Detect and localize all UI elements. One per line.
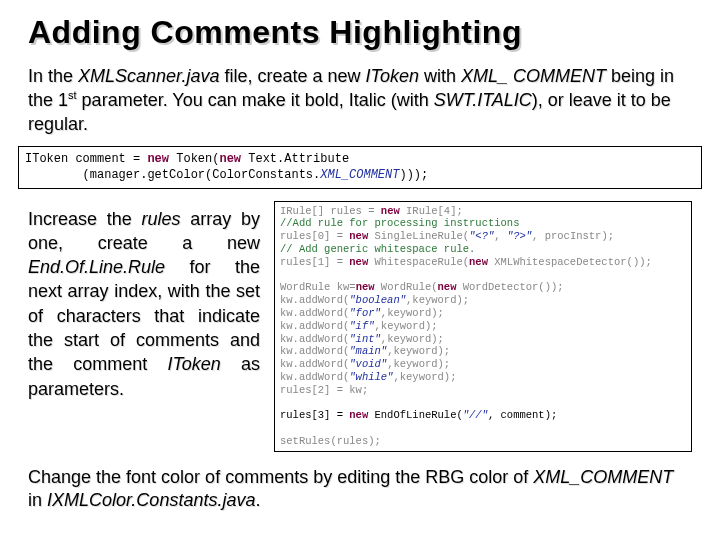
paragraph-2: Increase the rules array by one, create … [28, 207, 260, 401]
code-text: ,keyword); [381, 333, 444, 345]
code-text: rules[2] = kw; [280, 384, 368, 396]
text-filename: XMLScanner.java [78, 66, 219, 86]
code-text: kw.addWord( [280, 345, 349, 357]
code-string: "main" [349, 345, 387, 357]
code-keyword: new [356, 281, 375, 293]
code-text: kw.addWord( [280, 333, 349, 345]
code-text: WordRule( [375, 281, 438, 293]
code-text: WordRule kw= [280, 281, 356, 293]
text-const: XML_COMMENT [533, 467, 673, 487]
code-keyword: new [381, 205, 400, 217]
text: Change the font color of comments by edi… [28, 467, 533, 487]
code-string: "<?" [469, 230, 494, 242]
code-keyword: new [469, 256, 488, 268]
code-string: "while" [349, 371, 393, 383]
text: in [28, 490, 47, 510]
code-comment: // Add generic whitespace rule. [280, 243, 475, 255]
code-keyword: new [349, 409, 368, 421]
code-string: "void" [349, 358, 387, 370]
code-snippet-1: IToken comment = new Token(new Text.Attr… [18, 146, 702, 188]
paragraph-1: In the XMLScanner.java file, create a ne… [28, 65, 692, 136]
code-keyword: new [147, 152, 169, 166]
text-const: XML_ COMMENT [461, 66, 606, 86]
code-text: IRule[] rules = [280, 205, 381, 217]
code-text: ,keyword); [381, 307, 444, 319]
code-string: "boolean" [349, 294, 406, 306]
code-text: kw.addWord( [280, 307, 349, 319]
text-class: IToken [366, 66, 419, 86]
text: with [419, 66, 461, 86]
code-text: WhitespaceRule( [368, 256, 469, 268]
code-string: "?>" [507, 230, 532, 242]
code-text: ,keyword); [406, 294, 469, 306]
text: Increase the [28, 209, 142, 229]
code-string: "//" [463, 409, 488, 421]
paragraph-3: Change the font color of comments by edi… [28, 466, 692, 513]
code-text: ,keyword); [387, 345, 450, 357]
text: In the [28, 66, 78, 86]
text-class: IToken [167, 354, 220, 374]
text-super: st [68, 89, 77, 101]
code-keyword: new [219, 152, 241, 166]
code-keyword: new [438, 281, 457, 293]
code-text: ))); [399, 168, 428, 182]
code-string: "if" [349, 320, 374, 332]
slide-title: Adding Comments Highlighting [28, 14, 692, 51]
text-const: SWT.ITALIC [434, 90, 532, 110]
code-keyword: new [349, 256, 368, 268]
slide: Adding Comments Highlighting In the XMLS… [0, 0, 720, 540]
code-text: IRule[ [400, 205, 444, 217]
row-two-column: Increase the rules array by one, create … [28, 207, 692, 452]
code-text: SingleLineRule( [368, 230, 469, 242]
code-text: WordDetector()); [456, 281, 563, 293]
text-em: rules [142, 209, 181, 229]
code-text: ,keyword); [393, 371, 456, 383]
text: file, create a new [219, 66, 365, 86]
code-text: kw.addWord( [280, 358, 349, 370]
code-text: , comment); [488, 409, 557, 421]
code-snippet-2: IRule[] rules = new IRule[4]; //Add rule… [274, 201, 692, 452]
code-text: , procInstr); [532, 230, 614, 242]
code-string: "for" [349, 307, 381, 319]
code-text: kw.addWord( [280, 371, 349, 383]
code-keyword: new [349, 230, 368, 242]
code-text: Token( [169, 152, 219, 166]
code-text: IToken comment = [25, 152, 147, 166]
code-text: rules[3] = [280, 409, 349, 421]
code-text: ,keyword); [375, 320, 438, 332]
code-comment: //Add rule for processing instructions [280, 217, 519, 229]
code-text: setRules(rules); [280, 435, 381, 447]
text: . [255, 490, 260, 510]
text-class: End.Of.Line.Rule [28, 257, 165, 277]
code-text: rules[0] = [280, 230, 349, 242]
code-text: ,keyword); [387, 358, 450, 370]
code-string: "int" [349, 333, 381, 345]
code-text: ]; [450, 205, 463, 217]
text: parameter. You can make it bold, Italic … [77, 90, 434, 110]
code-text: , [494, 230, 507, 242]
code-constant: XML_COMMENT [320, 168, 399, 182]
code-text: kw.addWord( [280, 294, 349, 306]
code-text: rules[1] = [280, 256, 349, 268]
code-text: kw.addWord( [280, 320, 349, 332]
code-text: EndOfLineRule( [368, 409, 463, 421]
code-text: (manager.getColor(ColorConstants. [25, 168, 320, 182]
code-text: Text.Attribute [241, 152, 349, 166]
text-filename: IXMLColor.Constants.java [47, 490, 255, 510]
code-text: XMLWhitespaceDetector()); [488, 256, 652, 268]
